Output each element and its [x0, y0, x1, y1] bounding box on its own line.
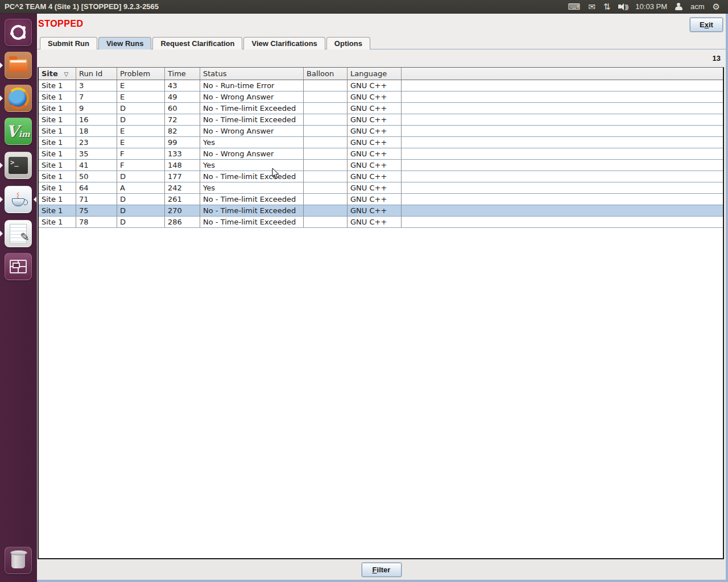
cell-balloon [304, 103, 348, 114]
cell-run_id: 71 [76, 194, 117, 205]
launcher-item-dash-home[interactable] [5, 19, 32, 46]
cell-site: Site 1 [39, 126, 76, 136]
table-row-run-71[interactable]: Site 171D261No - Time-limit ExceededGNU … [39, 194, 723, 205]
cell-language: GNU C++ [348, 126, 402, 136]
cell-run_id: 3 [76, 80, 117, 91]
cell-spare [402, 114, 723, 125]
cell-language: GNU C++ [348, 205, 402, 216]
speaker-cone [620, 3, 624, 10]
cell-run_id: 23 [76, 137, 117, 148]
cell-run_id: 41 [76, 160, 117, 171]
table-row-run-18[interactable]: Site 118E82No - Wrong AnswerGNU C++ [39, 126, 723, 137]
cell-spare [402, 194, 723, 205]
cell-balloon [304, 126, 348, 136]
table-row-run-78[interactable]: Site 178D286No - Time-limit ExceededGNU … [39, 217, 723, 228]
network-icon[interactable]: ⇅ [603, 2, 611, 11]
filter-button[interactable]: Filter [362, 563, 402, 577]
running-indicator [0, 231, 3, 236]
tab-view-clarifications[interactable]: View Clarifications [243, 37, 325, 49]
launcher-item-firefox[interactable] [5, 85, 32, 112]
cell-spare [402, 92, 723, 102]
vim-icon: Vim [5, 118, 32, 145]
runs-table-header: Site ▽Run IdProblemTimeStatusBalloonLang… [39, 68, 723, 80]
table-row-run-35[interactable]: Site 135F133No - Wrong AnswerGNU C++ [39, 148, 723, 160]
launcher-item-terminal[interactable]: >_ [5, 152, 32, 179]
tab-options[interactable]: Options [326, 37, 370, 49]
table-row-run-64[interactable]: Site 164A242YesGNU C++ [39, 182, 723, 194]
table-row-run-50[interactable]: Site 150D177No - Time-limit ExceededGNU … [39, 171, 723, 182]
keyboard-indicator-icon[interactable]: ⌨ [568, 2, 581, 11]
cell-spare [402, 103, 723, 114]
column-header-balloon[interactable]: Balloon [304, 68, 348, 80]
username[interactable]: acm [690, 2, 705, 11]
cell-language: GNU C++ [348, 182, 402, 193]
cell-run_id: 18 [76, 126, 117, 136]
table-row-run-7[interactable]: Site 17E49No - Wrong AnswerGNU C++ [39, 92, 723, 103]
ubuntu-top-panel: PC^2 TEAM 4 (Site 1) [STOPPED] 9.2.3-256… [0, 0, 728, 14]
workspace-switcher-icon [5, 253, 32, 280]
tab-submit-run[interactable]: Submit Run [40, 37, 97, 49]
cell-spare [402, 137, 723, 148]
launcher-item-workspace-switcher[interactable] [5, 253, 32, 280]
tab-request-clarification[interactable]: Request Clarification [152, 37, 242, 49]
launcher-item-trash[interactable] [5, 547, 32, 574]
table-row-run-41[interactable]: Site 141F148YesGNU C++ [39, 160, 723, 171]
table-row-run-3[interactable]: Site 13E43No - Run-time ErrorGNU C++ [39, 80, 723, 92]
cell-time: 177 [165, 171, 200, 182]
launcher-item-text-editor[interactable]: ✎ [5, 220, 32, 247]
cell-time: 148 [165, 160, 200, 171]
cell-spare [402, 126, 723, 136]
cell-balloon [304, 171, 348, 182]
pc2-team-window: STOPPED Exit Submit RunView RunsRequest … [37, 14, 728, 582]
launcher-item-vim[interactable]: Vim [5, 118, 32, 145]
cell-site: Site 1 [39, 217, 76, 227]
cell-status: Yes [200, 160, 304, 171]
launcher-item-files[interactable] [5, 52, 32, 79]
tab-view-runs[interactable]: View Runs [98, 37, 152, 49]
trash-icon [5, 547, 32, 574]
mail-icon[interactable]: ✉ [588, 2, 595, 11]
table-row-run-23[interactable]: Site 123E99YesGNU C++ [39, 137, 723, 148]
mouse-cursor [272, 168, 280, 180]
clock[interactable]: 10:03 PM [635, 2, 667, 11]
cell-time: 133 [165, 148, 200, 159]
cell-problem: D [117, 103, 165, 114]
column-header-problem[interactable]: Problem [117, 68, 165, 80]
cell-balloon [304, 160, 348, 171]
column-header-site[interactable]: Site ▽ [39, 68, 76, 80]
cell-problem: E [117, 126, 165, 136]
cell-balloon [304, 217, 348, 227]
column-header-run_id[interactable]: Run Id [76, 68, 117, 80]
cell-balloon [304, 92, 348, 102]
cell-spare [402, 217, 723, 227]
cell-status: No - Wrong Answer [200, 148, 304, 159]
contest-status-label: STOPPED [38, 19, 84, 29]
dash-home-icon [5, 19, 32, 46]
firefox-icon [5, 85, 32, 112]
volume-icon[interactable]: ))) [618, 3, 627, 10]
runs-table-scrollpane[interactable]: Site ▽Run IdProblemTimeStatusBalloonLang… [38, 67, 724, 559]
cell-site: Site 1 [39, 194, 76, 205]
cell-run_id: 16 [76, 114, 117, 125]
cell-site: Site 1 [39, 205, 76, 216]
focused-indicator [34, 197, 36, 202]
exit-button[interactable]: Exit [690, 18, 723, 32]
table-row-run-75[interactable]: Site 175D270No - Time-limit ExceededGNU … [39, 205, 723, 217]
cell-time: 270 [165, 205, 200, 216]
unity-launcher: Vim>_✎ [0, 14, 37, 582]
column-header-status[interactable]: Status [200, 68, 304, 80]
cell-problem: E [117, 92, 165, 102]
cell-balloon [304, 137, 348, 148]
cell-time: 261 [165, 194, 200, 205]
table-row-run-9[interactable]: Site 19D60No - Time-limit ExceededGNU C+… [39, 103, 723, 114]
cell-spare [402, 205, 723, 216]
column-header-time[interactable]: Time [165, 68, 200, 80]
cell-balloon [304, 205, 348, 216]
column-header-spare [402, 68, 723, 80]
session-gear-icon[interactable]: ⚙ [713, 2, 720, 11]
table-row-run-16[interactable]: Site 116D72No - Time-limit ExceededGNU C… [39, 114, 723, 126]
launcher-item-java[interactable] [5, 186, 32, 213]
runs-table-body: Site 13E43No - Run-time ErrorGNU C++Site… [39, 80, 723, 228]
column-header-language[interactable]: Language [348, 68, 402, 80]
cell-status: No - Wrong Answer [200, 126, 304, 136]
